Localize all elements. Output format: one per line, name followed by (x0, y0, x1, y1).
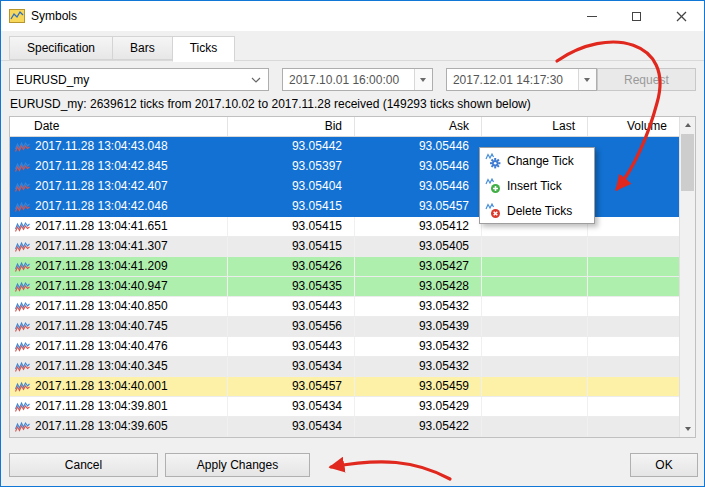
vertical-scrollbar[interactable] (679, 117, 695, 437)
to-datetime-field[interactable]: 2017.12.01 14:17:30 (446, 68, 597, 91)
cell-volume (588, 317, 679, 336)
tick-chart-icon (15, 181, 30, 192)
tab-specification[interactable]: Specification (9, 36, 113, 60)
cell-date: 2017.11.28 13:04:43.048 (10, 137, 228, 156)
cell-bid: 93.05442 (228, 137, 355, 156)
dropdown-arrow-icon (584, 78, 590, 82)
cell-date: 2017.11.28 13:04:40.345 (10, 357, 228, 376)
menu-item-label: Change Tick (507, 154, 574, 168)
cell-date-text: 2017.11.28 13:04:41.307 (35, 237, 168, 256)
minimize-icon (587, 16, 597, 17)
table-row[interactable]: 2017.11.28 13:04:41.20993.0542693.05427 (10, 257, 679, 277)
tab-bars[interactable]: Bars (112, 36, 173, 60)
cell-ask: 93.05412 (355, 217, 482, 236)
cell-volume (588, 237, 679, 256)
menu-item-delete-ticks[interactable]: Delete Ticks (480, 198, 594, 223)
ok-button[interactable]: OK (630, 453, 698, 477)
cell-ask: 93.05457 (355, 197, 482, 216)
dropdown-arrow-icon (420, 78, 426, 82)
close-button[interactable] (659, 1, 704, 31)
from-datetime-field[interactable]: 2017.10.01 16:00:00 (282, 68, 433, 91)
table-row[interactable]: 2017.11.28 13:04:41.30793.0541593.05405 (10, 237, 679, 257)
cell-ask: 93.05432 (355, 337, 482, 356)
apply-changes-button[interactable]: Apply Changes (165, 453, 310, 477)
cell-date-text: 2017.11.28 13:04:43.048 (35, 137, 168, 156)
table-row[interactable]: 2017.11.28 13:04:40.85093.0544393.05432 (10, 297, 679, 317)
symbols-icon (9, 8, 25, 24)
tab-ticks[interactable]: Ticks (172, 36, 236, 62)
tick-chart-icon (15, 421, 30, 432)
to-datetime-dropdown-button[interactable] (578, 69, 596, 90)
from-datetime-dropdown-button[interactable] (414, 69, 432, 90)
menu-item-insert-tick[interactable]: Insert Tick (480, 173, 594, 198)
table-row[interactable]: 2017.11.28 13:04:39.60593.0543493.05422 (10, 417, 679, 437)
table-row[interactable]: 2017.11.28 13:04:39.80193.0543493.05429 (10, 397, 679, 417)
cell-date-text: 2017.11.28 13:04:40.850 (35, 297, 168, 316)
cell-last (482, 257, 588, 276)
cell-ask: 93.05459 (355, 377, 482, 396)
cell-last (482, 397, 588, 416)
cell-bid: 93.05404 (228, 177, 355, 196)
column-header-ask[interactable]: Ask (355, 117, 482, 136)
insert-tick-icon (485, 178, 501, 194)
table-row[interactable]: 2017.11.28 13:04:40.34593.0543493.05432 (10, 357, 679, 377)
table-row[interactable]: 2017.11.28 13:04:40.00193.0545793.05459 (10, 377, 679, 397)
cell-ask: 93.05422 (355, 417, 482, 436)
table-row[interactable]: 2017.11.28 13:04:40.94793.0543593.05428 (10, 277, 679, 297)
cell-bid: 93.05434 (228, 397, 355, 416)
column-header-bid[interactable]: Bid (228, 117, 355, 136)
cell-date: 2017.11.28 13:04:39.605 (10, 417, 228, 436)
menu-item-change-tick[interactable]: Change Tick (480, 148, 594, 173)
cell-volume (588, 157, 679, 176)
cell-ask: 93.05439 (355, 317, 482, 336)
tick-chart-icon (15, 261, 30, 272)
titlebar[interactable]: Symbols (1, 1, 704, 31)
cancel-button[interactable]: Cancel (9, 453, 158, 477)
maximize-icon (632, 12, 641, 21)
tick-chart-icon (15, 141, 30, 152)
cell-date: 2017.11.28 13:04:40.850 (10, 297, 228, 316)
tab-strip: Specification Bars Ticks (1, 31, 704, 61)
scroll-down-button[interactable] (680, 421, 695, 437)
cell-date-text: 2017.11.28 13:04:41.209 (35, 257, 168, 276)
tick-chart-icon (15, 161, 30, 172)
table-row[interactable]: 2017.11.28 13:04:40.47693.0544393.05432 (10, 337, 679, 357)
window-title: Symbols (31, 9, 77, 23)
column-header-volume[interactable]: Volume (588, 117, 679, 136)
cell-volume (588, 397, 679, 416)
window-controls (569, 1, 704, 31)
cell-volume (588, 357, 679, 376)
column-header-last[interactable]: Last (482, 117, 588, 136)
maximize-button[interactable] (614, 1, 659, 31)
cell-volume (588, 297, 679, 316)
tick-chart-icon (15, 241, 30, 252)
cell-last (482, 337, 588, 356)
from-datetime-value: 2017.10.01 16:00:00 (289, 73, 399, 87)
column-header-date[interactable]: Date (10, 117, 228, 136)
cell-bid: 93.05415 (228, 237, 355, 256)
request-button[interactable]: Request (597, 68, 696, 91)
tick-chart-icon (15, 401, 30, 412)
cell-ask: 93.05446 (355, 137, 482, 156)
cell-last (482, 317, 588, 336)
tick-chart-icon (15, 321, 30, 332)
cell-date-text: 2017.11.28 13:04:40.745 (35, 317, 168, 336)
minimize-button[interactable] (569, 1, 614, 31)
table-row[interactable]: 2017.11.28 13:04:40.74593.0545693.05439 (10, 317, 679, 337)
tick-chart-icon (15, 201, 30, 212)
cell-bid: 93.05434 (228, 417, 355, 436)
scroll-up-button[interactable] (680, 117, 695, 133)
tick-chart-icon (15, 301, 30, 312)
cell-volume (588, 277, 679, 296)
tab-label: Specification (27, 41, 95, 55)
cell-date-text: 2017.11.28 13:04:42.407 (35, 177, 168, 196)
cell-date: 2017.11.28 13:04:41.651 (10, 217, 228, 236)
symbol-select-value: EURUSD_my (16, 73, 89, 87)
cell-volume (588, 377, 679, 396)
scroll-down-icon (685, 427, 691, 431)
cell-date-text: 2017.11.28 13:04:40.001 (35, 377, 168, 396)
status-text: EURUSD_my: 2639612 ticks from 2017.10.02… (10, 97, 531, 111)
scrollbar-thumb[interactable] (681, 134, 694, 191)
cell-bid: 93.05457 (228, 377, 355, 396)
symbol-select[interactable]: EURUSD_my (9, 68, 269, 91)
